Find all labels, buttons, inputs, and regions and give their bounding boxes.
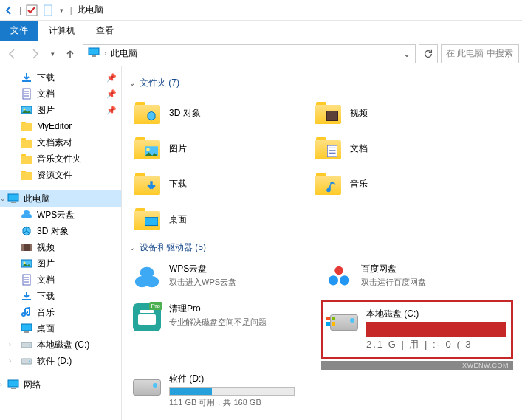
sidebar-label: 文档 bbox=[37, 274, 55, 286]
chevron-right-icon: › bbox=[104, 49, 106, 58]
folder-item[interactable]: 文档 bbox=[310, 131, 491, 166]
chevron-right-icon[interactable]: › bbox=[9, 357, 11, 365]
monitor-icon bbox=[7, 193, 19, 204]
sidebar-item[interactable]: 下载 bbox=[0, 288, 121, 304]
sidebar-label: 音乐文件夹 bbox=[37, 153, 81, 165]
folder-label: 文档 bbox=[350, 142, 368, 155]
svg-rect-25 bbox=[22, 299, 31, 300]
chevron-down-icon: ⌄ bbox=[129, 244, 135, 252]
pin-icon: 📌 bbox=[106, 73, 117, 83]
folder-item[interactable]: 音乐 bbox=[310, 166, 491, 202]
sidebar-label: 文档 bbox=[37, 88, 55, 100]
folder-item[interactable]: 下载 bbox=[129, 166, 310, 202]
device-label: 本地磁盘 (C:) bbox=[366, 308, 506, 320]
sidebar-item[interactable]: 文档 bbox=[0, 272, 121, 288]
svg-rect-49 bbox=[326, 322, 330, 326]
sidebar-item[interactable]: ›软件 (D:) bbox=[0, 353, 121, 369]
sidebar-label: 音乐 bbox=[37, 306, 55, 319]
device-icon bbox=[132, 263, 162, 292]
sidebar-item[interactable]: ›本地磁盘 (C:) bbox=[0, 337, 121, 353]
device-label: 软件 (D:) bbox=[169, 373, 295, 385]
nav-recent-dropdown[interactable]: ▾ bbox=[47, 44, 58, 63]
sidebar-item[interactable]: 图片📌 bbox=[0, 102, 121, 118]
folder-item[interactable]: 图片 bbox=[129, 131, 310, 166]
nav-forward-button[interactable] bbox=[25, 44, 44, 63]
sidebar-label: 软件 (D:) bbox=[37, 355, 72, 368]
chevron-down-icon: ⌄ bbox=[129, 79, 135, 87]
svg-rect-1 bbox=[44, 5, 52, 16]
folder-icon bbox=[21, 153, 32, 165]
checkbox-icon[interactable] bbox=[26, 4, 38, 16]
chevron-right-icon[interactable]: › bbox=[0, 381, 2, 388]
folder-item[interactable]: 桌面 bbox=[129, 202, 310, 237]
folder-item[interactable]: 视频 bbox=[310, 95, 491, 131]
sidebar-item-network[interactable]: › 网络 bbox=[0, 376, 121, 393]
music-icon bbox=[21, 306, 32, 318]
folder-icon bbox=[132, 98, 162, 128]
svg-rect-50 bbox=[332, 322, 335, 326]
sidebar-item[interactable]: 桌面 bbox=[0, 320, 121, 337]
device-item[interactable]: 本地磁盘 (C:)2.1 G | 用 | :- 0 ( 3 bbox=[326, 305, 508, 354]
svg-rect-3 bbox=[92, 55, 96, 57]
folder-label: 视频 bbox=[350, 107, 368, 120]
svg-rect-33 bbox=[11, 388, 16, 389]
folder-icon bbox=[313, 98, 343, 128]
search-box[interactable]: 在 此电脑 中搜索 bbox=[441, 44, 519, 63]
section-devices-header[interactable]: ⌄ 设备和驱动器 (5) bbox=[129, 241, 515, 254]
drive-icon bbox=[21, 339, 32, 351]
pic-icon bbox=[21, 258, 32, 269]
sidebar-label: 下载 bbox=[37, 290, 55, 303]
sidebar-item[interactable]: MyEditor bbox=[0, 118, 121, 134]
device-label: WPS云盘 bbox=[169, 263, 236, 275]
chevron-right-icon[interactable]: › bbox=[9, 341, 11, 348]
sidebar-item[interactable]: 音乐 bbox=[0, 304, 121, 320]
folder-item[interactable]: 3D 对象 bbox=[129, 95, 310, 131]
device-item[interactable]: 软件 (D:)111 GB 可用，共 168 GB bbox=[129, 370, 321, 411]
device-item[interactable]: 百度网盘双击运行百度网盘 bbox=[321, 260, 513, 295]
sidebar-label: 图片 bbox=[37, 258, 55, 270]
sidebar-label: 视频 bbox=[37, 241, 55, 254]
tab-computer[interactable]: 计算机 bbox=[38, 21, 86, 41]
network-icon bbox=[7, 379, 19, 390]
section-folders-header[interactable]: ⌄ 文件夹 (7) bbox=[129, 77, 515, 89]
svg-rect-32 bbox=[8, 380, 18, 387]
sidebar-item[interactable]: 文档素材 bbox=[0, 134, 121, 151]
svg-point-43 bbox=[145, 276, 159, 287]
folder-icon bbox=[132, 134, 162, 163]
chevron-down-icon[interactable]: ⌄ bbox=[0, 195, 6, 202]
sidebar-label: 网络 bbox=[24, 379, 41, 391]
folder-label: 图片 bbox=[169, 142, 187, 155]
sidebar-item[interactable]: WPS云盘 bbox=[0, 207, 121, 223]
sidebar-label: 文档素材 bbox=[37, 137, 72, 149]
sidebar-item[interactable]: 资源文件 bbox=[0, 167, 121, 183]
refresh-button[interactable] bbox=[419, 44, 438, 63]
address-bar[interactable]: › 此电脑 ⌄ bbox=[83, 44, 416, 63]
drive-icon bbox=[21, 355, 32, 367]
sidebar-item[interactable]: 文档📌 bbox=[0, 86, 121, 102]
device-item[interactable]: Pro清理Pro专业解决磁盘空间不足问题 bbox=[129, 300, 321, 365]
sidebar-item[interactable]: 3D 对象 bbox=[0, 223, 121, 239]
device-subtitle: 双击运行百度网盘 bbox=[361, 277, 426, 288]
sidebar-label: MyEditor bbox=[37, 121, 72, 131]
sidebar-item-thispc[interactable]: ⌄ 此电脑 bbox=[0, 190, 121, 207]
sidebar-item[interactable]: 下载📌 bbox=[0, 69, 121, 86]
pic-icon bbox=[21, 104, 32, 116]
doc-icon bbox=[21, 274, 32, 286]
tab-file[interactable]: 文件 bbox=[0, 21, 38, 41]
sidebar-item[interactable]: 图片 bbox=[0, 255, 121, 272]
nav-up-button[interactable] bbox=[61, 44, 80, 63]
sidebar-item[interactable]: 音乐文件夹 bbox=[0, 151, 121, 167]
nav-back-button[interactable] bbox=[3, 44, 22, 63]
sidebar-label: 此电脑 bbox=[24, 193, 50, 205]
folder-icon bbox=[132, 204, 162, 234]
doc-icon bbox=[21, 88, 32, 100]
address-dropdown-icon[interactable]: ⌄ bbox=[403, 49, 411, 59]
device-subtitle: 双击进入WPS云盘 bbox=[169, 277, 236, 288]
sidebar-label: 3D 对象 bbox=[37, 225, 69, 238]
dropdown-icon[interactable]: ▾ bbox=[58, 4, 66, 16]
tab-view[interactable]: 查看 bbox=[86, 21, 124, 41]
sidebar-item[interactable]: 视频 bbox=[0, 239, 121, 255]
back-chevron-icon[interactable] bbox=[3, 4, 15, 16]
pin-icon: 📌 bbox=[106, 106, 117, 115]
device-item[interactable]: WPS云盘双击进入WPS云盘 bbox=[129, 260, 321, 295]
